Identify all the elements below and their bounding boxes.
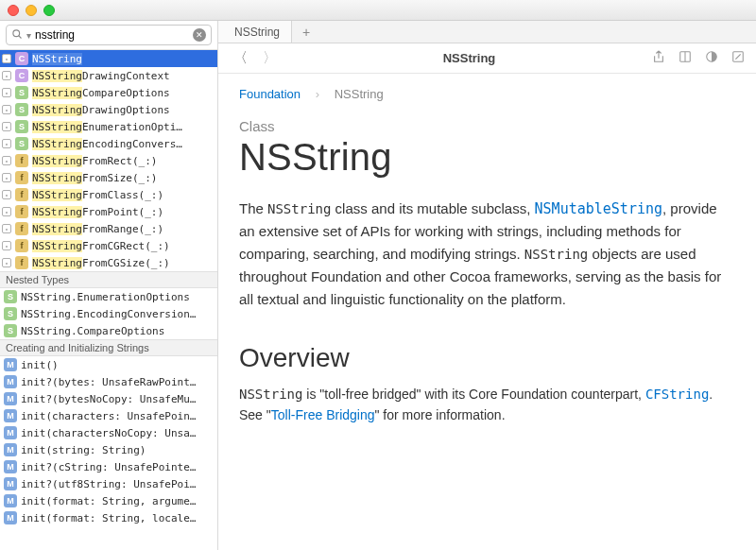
symbol-label: NSString.CompareOptions: [21, 325, 164, 337]
symbol-row[interactable]: SNSString.EncodingConversion…: [0, 305, 217, 322]
link-nsmutablestring[interactable]: NSMutableString: [535, 200, 662, 217]
symbol-row[interactable]: Minit(format: String, argume…: [0, 492, 217, 509]
tab-nsstring[interactable]: NSString: [218, 21, 292, 43]
search-result-row[interactable]: ▫fNSStringFromRange(_:): [0, 220, 217, 237]
hierarchy-icon: ▫: [2, 224, 11, 233]
type-badge-icon: S: [15, 137, 28, 150]
forward-button[interactable]: 〉: [259, 47, 281, 69]
overview-paragraph: NSString is "toll-free bridged" with its…: [239, 385, 735, 425]
symbol-row[interactable]: Minit?(bytesNoCopy: UnsafeMu…: [0, 390, 217, 407]
link-toll-free-bridging[interactable]: Toll-Free Bridging: [271, 407, 375, 422]
type-badge-icon: f: [15, 256, 28, 269]
overview-heading: Overview: [239, 343, 735, 373]
hierarchy-icon: ▫: [2, 71, 11, 80]
section-header: Nested Types: [0, 271, 217, 288]
hierarchy-icon: ▫: [2, 105, 11, 114]
search-result-row[interactable]: ▫fNSStringFromClass(_:): [0, 186, 217, 203]
result-label: NSStringCompareOptions: [32, 87, 170, 99]
type-badge-icon: M: [4, 358, 17, 371]
breadcrumb: Foundation › NSString: [239, 87, 735, 101]
document-view[interactable]: Foundation › NSString Class NSString The…: [218, 74, 756, 550]
symbol-label: NSString.EnumerationOptions: [21, 291, 190, 303]
zoom-window-button[interactable]: [43, 5, 55, 16]
window-titlebar: [0, 0, 756, 21]
search-result-row[interactable]: ▫SNSStringCompareOptions: [0, 84, 217, 101]
result-label: NSStringFromClass(_:): [32, 189, 163, 201]
search-result-row[interactable]: ▫fNSStringFromRect(_:): [0, 152, 217, 169]
hierarchy-icon: ▫: [2, 207, 11, 216]
symbol-row[interactable]: Minit(characters: UnsafePoin…: [0, 407, 217, 424]
result-label: NSStringEncodingConvers…: [32, 138, 182, 150]
hierarchy-icon: ▫: [2, 156, 11, 165]
symbol-label: NSString.EncodingConversion…: [21, 308, 196, 320]
search-result-row[interactable]: ▫CNSString: [0, 50, 217, 67]
bookmarks-button[interactable]: [679, 50, 692, 66]
tab-bar: NSString +: [218, 21, 756, 43]
hierarchy-icon: ▫: [2, 54, 11, 63]
symbol-label: init(characters: UnsafePoin…: [21, 410, 196, 422]
page-title: NSString: [239, 136, 735, 179]
sidebar: ▾ ✕ ▫CNSString▫CNSStringDrawingContext▫S…: [0, 21, 218, 550]
hierarchy-icon: ▫: [2, 139, 11, 148]
symbol-row[interactable]: Minit(format: String, locale…: [0, 509, 217, 526]
link-cfstring[interactable]: CFString: [645, 387, 709, 402]
symbol-kind-label: Class: [239, 118, 735, 134]
type-badge-icon: f: [15, 171, 28, 184]
symbol-label: init?(utf8String: UnsafePoi…: [21, 478, 196, 490]
result-label: NSStringFromPoint(_:): [32, 206, 163, 218]
symbol-label: init?(bytesNoCopy: UnsafeMu…: [21, 393, 196, 405]
symbol-row[interactable]: Minit?(bytes: UnsafeRawPoint…: [0, 373, 217, 390]
search-result-row[interactable]: ▫CNSStringDrawingContext: [0, 67, 217, 84]
back-button[interactable]: 〈: [230, 47, 251, 69]
type-badge-icon: S: [4, 307, 17, 320]
symbol-row[interactable]: Minit(charactersNoCopy: Unsa…: [0, 424, 217, 441]
symbol-row[interactable]: Minit(): [0, 356, 217, 373]
symbol-row[interactable]: Minit(string: String): [0, 441, 217, 458]
minimize-window-button[interactable]: [26, 5, 37, 16]
type-badge-icon: M: [4, 460, 17, 473]
symbol-label: init(string: String): [21, 444, 146, 456]
symbol-row[interactable]: SNSString.EnumerationOptions: [0, 288, 217, 305]
new-tab-button[interactable]: +: [292, 21, 320, 43]
clear-search-button[interactable]: ✕: [193, 28, 206, 42]
edit-button[interactable]: [731, 50, 745, 66]
close-window-button[interactable]: [8, 5, 19, 16]
breadcrumb-leaf: NSString: [335, 87, 384, 101]
symbol-row[interactable]: Minit?(utf8String: UnsafePoi…: [0, 475, 217, 492]
type-badge-icon: M: [4, 494, 17, 507]
chevron-right-icon: ›: [316, 87, 319, 101]
symbol-row[interactable]: SNSString.CompareOptions: [0, 322, 217, 339]
result-label: NSStringFromRange(_:): [32, 223, 163, 235]
type-badge-icon: M: [4, 409, 17, 422]
traffic-lights: [8, 5, 55, 16]
search-result-row[interactable]: ▫SNSStringEncodingConvers…: [0, 135, 217, 152]
search-result-row[interactable]: ▫SNSStringDrawingOptions: [0, 101, 217, 118]
type-badge-icon: M: [4, 477, 17, 490]
search-result-row[interactable]: ▫fNSStringFromCGRect(_:): [0, 237, 217, 254]
type-badge-icon: f: [15, 239, 28, 252]
hierarchy-icon: ▫: [2, 241, 11, 250]
result-label: NSStringFromCGSize(_:): [32, 257, 170, 269]
symbol-row[interactable]: Minit?(cString: UnsafePointe…: [0, 458, 217, 475]
search-result-row[interactable]: ▫fNSStringFromCGSize(_:): [0, 254, 217, 271]
search-field[interactable]: ▾ ✕: [6, 25, 212, 45]
type-badge-icon: M: [4, 375, 17, 388]
type-badge-icon: f: [15, 154, 28, 167]
type-badge-icon: S: [15, 86, 28, 99]
search-result-row[interactable]: ▫fNSStringFromPoint(_:): [0, 203, 217, 220]
result-label: NSStringDrawingContext: [32, 70, 170, 82]
section-header: Creating and Initializing Strings: [0, 339, 217, 356]
breadcrumb-root-link[interactable]: Foundation: [239, 87, 301, 101]
search-result-row[interactable]: ▫SNSStringEnumerationOpti…: [0, 118, 217, 135]
hierarchy-icon: ▫: [2, 122, 11, 131]
search-scope-chevron-icon[interactable]: ▾: [26, 30, 31, 41]
search-icon: [11, 28, 23, 43]
type-badge-icon: S: [15, 103, 28, 116]
search-input[interactable]: [35, 28, 189, 42]
search-result-row[interactable]: ▫fNSStringFromSize(_:): [0, 169, 217, 186]
tab-label: NSString: [234, 26, 280, 39]
type-badge-icon: S: [4, 324, 17, 337]
result-label: NSStringDrawingOptions: [32, 104, 170, 116]
appearance-button[interactable]: [705, 50, 718, 66]
share-button[interactable]: [652, 50, 665, 66]
